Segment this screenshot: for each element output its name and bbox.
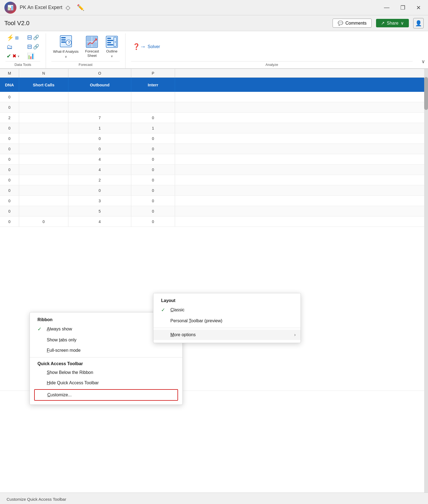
data-icon2: 🗂 — [7, 43, 13, 51]
scrollbar-thumb[interactable] — [424, 77, 428, 110]
share-icon: ↗ — [381, 20, 385, 26]
comments-button[interactable]: 💬 Comments — [333, 19, 372, 28]
spreadsheet-area: M N O P DNA Short Calls Outbound Interr … — [0, 69, 428, 504]
table2-icon: ⊟ — [27, 43, 32, 50]
profile-button[interactable]: 👤 — [413, 18, 424, 28]
data-tools-label: Data Tools — [5, 61, 40, 68]
table-row: 0 4 0 — [0, 165, 428, 175]
header-extra — [175, 78, 428, 92]
tooltip-text: Customize Quick Access Toolbar — [7, 497, 66, 502]
flash-icon2: ⊞ — [15, 35, 19, 40]
analyze-tools: ❓→ Solver — [131, 33, 413, 60]
forecast-label: Forecast — [51, 61, 120, 68]
classic-checkmark-icon: ✓ — [161, 307, 167, 313]
ribbon-bar: ⚡ ⊞ 🗂 ✔ ✖ ∨ ⊟ 🔗 ⊟ 🔗 — [0, 31, 428, 69]
data-tool-3[interactable]: ✔ ✖ ∨ — [5, 52, 21, 60]
app-logo: 📊 — [4, 2, 16, 14]
personal-toolbar-item[interactable]: Personal Toolbar (preview) — [153, 316, 301, 326]
header-interr: Interr — [131, 78, 175, 92]
classic-label: Classic — [170, 307, 185, 312]
checkmark-icon: ✓ — [37, 326, 43, 332]
fullscreen-item[interactable]: Full-screen mode — [30, 345, 182, 356]
grid-icon: 📊 — [27, 52, 34, 60]
header-short-calls: Short Calls — [19, 78, 68, 92]
col-header-m: M — [0, 69, 19, 77]
what-if-icon: ? — [60, 35, 72, 48]
what-if-button[interactable]: ? What-If Analysis ∨ — [51, 34, 80, 60]
app-name: PK An Excel Expert — [20, 5, 62, 10]
data-tool-4[interactable]: ⊟ 🔗 — [26, 33, 40, 42]
data-header-row: DNA Short Calls Outbound Interr — [0, 78, 428, 92]
forecast-sheet-icon — [86, 36, 98, 48]
pen-icon[interactable]: ✏️ — [77, 4, 84, 11]
more-options-label: More options — [170, 332, 196, 337]
column-headers: M N O P — [0, 69, 428, 78]
close-button[interactable]: ✕ — [414, 3, 424, 12]
outline-button[interactable]: + Outline ∨ — [104, 34, 120, 59]
col-header-more — [175, 69, 428, 77]
menu-divider-1 — [30, 357, 182, 358]
comments-icon: 💬 — [338, 20, 343, 26]
forecast-tools: ? What-If Analysis ∨ ForecastSheet — [51, 33, 120, 60]
layout-section-title: Layout — [153, 296, 301, 304]
ribbon-section-analyze: ❓→ Solver Analyze — [126, 33, 418, 68]
col-header-p: P — [131, 69, 175, 77]
svg-text:+: + — [114, 40, 116, 44]
restore-button[interactable]: ❐ — [398, 3, 408, 12]
table-row: 0 2 0 — [0, 175, 428, 185]
table-row: 0 0 4 0 — [0, 216, 428, 227]
solver-button[interactable]: ❓→ Solver — [131, 42, 162, 51]
data-tool-5[interactable]: ⊟ 🔗 — [26, 43, 40, 51]
customize-label: Customize... — [47, 392, 72, 397]
svg-rect-2 — [61, 39, 66, 40]
show-below-ribbon-item[interactable]: Show Below the Ribbon — [30, 367, 182, 378]
ribbon-expand-button[interactable]: ∨ — [418, 33, 428, 68]
title-bar: 📊 PK An Excel Expert ◇ ✏️ — ❐ ✕ — [0, 0, 428, 15]
x-icon: ✖ — [12, 53, 16, 59]
svg-rect-16 — [107, 44, 113, 45]
table-row: 2 7 0 — [0, 113, 428, 123]
table-row: 0 5 0 — [0, 206, 428, 216]
data-tool-2[interactable]: 🗂 — [5, 43, 21, 51]
title-bar-icons: ◇ ✏️ — [66, 4, 84, 11]
svg-rect-15 — [107, 42, 111, 43]
hide-toolbar-label: Hide Quick Access Toolbar — [47, 380, 99, 385]
hide-toolbar-item[interactable]: Hide Quick Access Toolbar — [30, 378, 182, 388]
flash-icon: ⚡ — [7, 34, 14, 41]
share-button[interactable]: ↗ Share ∨ — [376, 19, 409, 27]
diamond-icon[interactable]: ◇ — [66, 4, 70, 11]
solver-icon: ❓→ — [133, 43, 146, 50]
table-row: 0 0 0 — [0, 133, 428, 144]
more-options-item[interactable]: More options › — [153, 330, 301, 340]
data-tool-6[interactable]: 📊 — [26, 52, 40, 60]
menu-divider-2 — [153, 328, 301, 328]
svg-rect-14 — [107, 40, 113, 41]
show-tabs-label: Show tabs only — [47, 338, 77, 342]
minimize-button[interactable]: — — [381, 3, 392, 12]
window-controls: — ❐ ✕ — [381, 3, 424, 12]
small-icon-group: ⚡ ⊞ 🗂 ✔ ✖ ∨ — [5, 34, 21, 60]
table-row: 0 0 0 — [0, 185, 428, 196]
table-row: 0 0 0 — [0, 144, 428, 154]
analyze-label: Analyze — [131, 61, 413, 68]
svg-text:?: ? — [68, 40, 70, 45]
ribbon-section-forecast: ? What-If Analysis ∨ ForecastSheet — [46, 33, 126, 68]
fullscreen-label: Full-screen mode — [47, 348, 81, 353]
forecast-sheet-button[interactable]: ForecastSheet — [83, 34, 101, 59]
table-icon: ⊟ — [27, 34, 32, 41]
data-tool-1[interactable]: ⚡ ⊞ — [5, 34, 21, 42]
classic-layout-item[interactable]: ✓ Classic — [153, 304, 301, 316]
small-icon-group2: ⊟ 🔗 ⊟ 🔗 📊 — [26, 33, 40, 60]
customize-item[interactable]: Customize... — [34, 389, 178, 401]
svg-rect-3 — [61, 42, 66, 43]
whatif-dropdown-icon: ∨ — [65, 55, 67, 58]
app-bar: Tool V2.0 💬 Comments ↗ Share ∨ 👤 — [0, 15, 428, 31]
always-show-label: Always show — [47, 327, 72, 332]
table-row: 0 4 0 — [0, 154, 428, 165]
col-header-n: N — [19, 69, 68, 77]
svg-rect-7 — [87, 37, 92, 42]
vertical-scrollbar[interactable] — [424, 69, 428, 504]
link-icon: 🔗 — [33, 34, 39, 40]
check-icon: ✔ — [7, 53, 11, 59]
table-row: 0 — [0, 92, 428, 102]
